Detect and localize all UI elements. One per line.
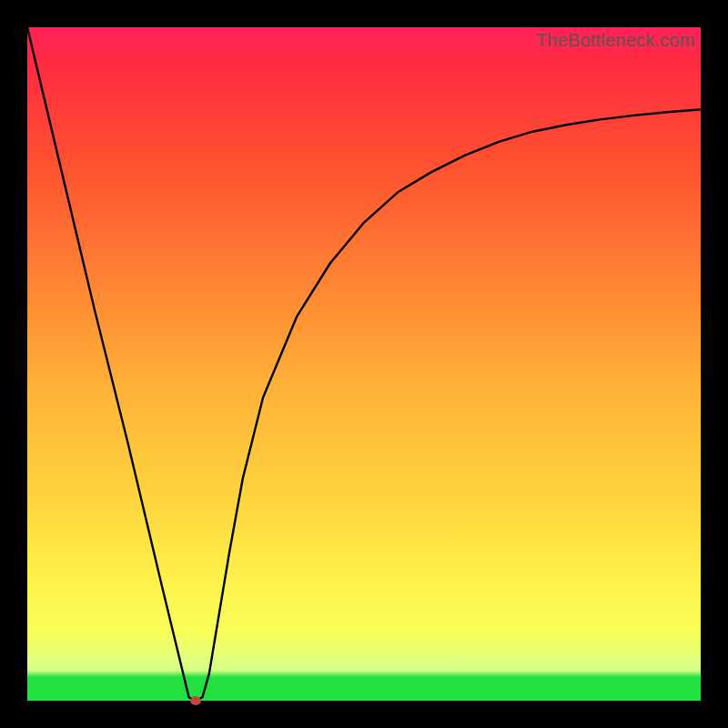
- plot-area: TheBottleneck.com: [27, 27, 701, 701]
- bottleneck-curve: [27, 27, 701, 701]
- optimal-point-marker: [190, 696, 201, 705]
- chart-frame: TheBottleneck.com: [0, 0, 728, 728]
- curve-layer: [27, 27, 701, 701]
